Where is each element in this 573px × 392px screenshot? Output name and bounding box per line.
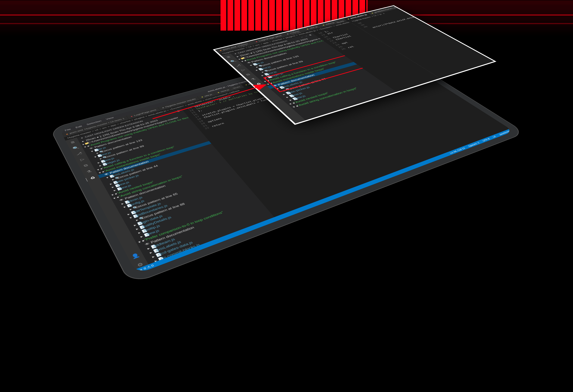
tree-row[interactable]: ▾ ●"Avoid calling a function in a condit… (94, 136, 207, 172)
debug-icon[interactable]: ▷ (78, 157, 86, 162)
file-type-icon: ● (322, 24, 325, 26)
tree-row-icon: ▾ 📄 (129, 215, 135, 220)
tree-row-icon: ▸ 📄 (113, 188, 119, 192)
tree-row-icon: ▾ ● (111, 193, 116, 196)
tree-row-icon: ▾ ● (137, 239, 144, 244)
file-type-icon: ● (217, 91, 220, 93)
tree-row-icon: ▸ 📄 (121, 201, 126, 205)
tree-row-label: "Avoid string concatenation in loops" (118, 175, 183, 198)
tree-row-icon: ▸ 📄 (135, 226, 141, 231)
file-type-icon: ● (346, 18, 350, 20)
tree-row-label: gridBoundaries.js (134, 204, 168, 218)
tree-row-icon: ▾ ● (292, 105, 298, 108)
tree-row-icon: ▸ 🔍 (135, 217, 141, 222)
inset-back-icon[interactable]: ← (300, 36, 304, 38)
tree-row[interactable]: ▸ 📄qualityDetails.js (129, 188, 252, 233)
inset-search-icon[interactable]: 🔍 (230, 59, 237, 63)
status-bar: ⨯ 0 ⚠ 0 Ln 44, Col 12 Spaces: 2 UTF-8 LF… (135, 129, 514, 274)
file-type-icon: ● (218, 49, 223, 52)
inset-debug-icon[interactable]: ▷ (239, 68, 247, 72)
tree-row-icon: ▸📁 (82, 142, 87, 145)
tree-row[interactable]: 👁Pattern documentation (98, 141, 211, 178)
tree-row-label: Focus pattern at line 89 (104, 145, 145, 159)
tree-row-icon: ▸ 📄 (156, 262, 163, 265)
extensions-icon[interactable]: ⧉ (82, 163, 90, 168)
tree-row-icon: ▾ ● (112, 196, 118, 200)
tree-row-icon: ▸ 📄 (126, 212, 133, 216)
tree-row-label: Focus pattern at line 88 (141, 202, 185, 220)
tree-row[interactable]: ▾ ●"Avoid instantiations inside loops" (96, 138, 209, 175)
inset-delete-icon[interactable]: 🗑 (308, 34, 312, 36)
file-type-icon: ● (200, 96, 204, 98)
tree-row-icon: ▸ 🔍 (99, 157, 105, 160)
tree-row-label: admin.js (126, 196, 143, 204)
file-type-icon: ● (130, 115, 133, 118)
inset-forward-icon[interactable]: → (304, 35, 308, 37)
file-type-icon: ● (370, 12, 374, 14)
tree-row-icon: ▸ 📄 (149, 249, 155, 255)
tree-row-label: widget.js (104, 159, 120, 165)
status-eol[interactable]: LF (492, 135, 497, 138)
tree-row-icon: ▸ (80, 140, 86, 143)
extension-star-icon: ✦ (80, 137, 84, 140)
tree-row[interactable]: ▸ 📄editTemplate.js (121, 175, 241, 218)
tree-row-label: view.js (118, 184, 132, 190)
tree-row-icon: ▾ 📄 (90, 149, 96, 153)
tree-row[interactable]: ▸ 📄view.js (133, 194, 257, 241)
side-forward-icon[interactable]: → (172, 111, 176, 113)
tree-row[interactable]: ▸ 🔍Focus pattern at line 44 (102, 146, 216, 184)
tree-row[interactable]: ▸ 📄widget.js (93, 133, 205, 169)
tree-row-icon: ▸ 📄 (109, 181, 115, 185)
tree-row-label: axisLabels.js (155, 240, 182, 252)
inset-testing-icon[interactable]: ⚗ (249, 77, 257, 81)
tree-row-icon: ▸ 🔍 (96, 151, 101, 154)
tree-row-icon: ▾ ● (98, 170, 104, 174)
tree-row-label: view.js (99, 151, 111, 157)
testing-icon[interactable]: ⚗ (85, 169, 93, 174)
tree-row-label: qualityDetails.js (141, 215, 172, 229)
tree-row-icon: 👁 (119, 198, 124, 202)
tree-row-label: Pattern documentation (94, 136, 132, 149)
tree-row[interactable]: ▸ 📄view.js (91, 131, 202, 166)
tree-row-label: login-data.js (139, 214, 163, 225)
inset-scm-icon[interactable]: ⎇ (234, 64, 242, 67)
tree-row[interactable]: ▾ ●"Avoid string concatenation in loops" (111, 160, 228, 201)
side-back-icon[interactable]: ← (167, 112, 171, 115)
settings-icon[interactable]: ⚙ (135, 261, 145, 268)
tree-row[interactable]: ▸ 📄date-picker.js (103, 149, 218, 188)
tree-row-label: Focus pattern at line 65 (134, 192, 178, 209)
tree-row[interactable]: ▾ ●"Avoid nested loops" (109, 157, 225, 197)
tree-row-label: Pattern documentation (124, 184, 166, 200)
side-delete-icon[interactable]: 🗑 (176, 110, 180, 112)
tree-row-icon: ▾ ● (96, 168, 102, 171)
tree-row[interactable]: ▸ 📄tooltip.js (131, 191, 255, 237)
tree-row-label: editTemplate.js (132, 202, 161, 214)
tree-row-icon: ▸ 📄 (140, 234, 146, 239)
tree-row-icon: ▸ 🔍 (129, 207, 135, 211)
inset-extensions-icon[interactable]: ⧉ (244, 73, 252, 76)
tree-row-label: config.js (128, 199, 145, 207)
tree-row-label: Focus pattern at line 44 (117, 164, 159, 179)
tree-row[interactable]: ▸ 📄admin.js (114, 166, 233, 208)
tree-row-label: tooltip.js (143, 224, 161, 232)
file-type-icon: ● (305, 28, 310, 30)
tree-row-icon: 👁 (104, 172, 109, 176)
inset-explorer-icon[interactable]: 🗎 (225, 55, 232, 59)
tree-row-icon: ▸ 📄 (151, 254, 158, 259)
tablet: File Edit Selection View axisLabels.js -… (50, 40, 526, 285)
file-type-icon: ● (254, 40, 259, 42)
file-type-icon: ● (286, 33, 289, 35)
tree-row[interactable]: ▸ 🔍Focus pattern at line 65 (118, 172, 238, 215)
tree-row-label: view.js (102, 157, 115, 162)
tree-row[interactable]: 👁Pattern documentation (137, 201, 263, 249)
tree-row[interactable]: 👁Pattern documentation (112, 163, 231, 204)
tree-row[interactable]: ▾ 📄config.js (116, 169, 236, 211)
tree-row-icon: ▾ 📄 (123, 205, 128, 209)
file-type-icon: ● (245, 84, 248, 86)
scene: File Edit Selection View axisLabels.js -… (82, 8, 491, 392)
tree-row[interactable]: ▾ 📄axisLabels.js (100, 144, 214, 181)
tree-row[interactable]: ▸ 📄login-data.js (126, 184, 249, 230)
tree-row-icon: ▸ 📄 (137, 230, 144, 235)
file-type-icon: ● (161, 107, 165, 109)
activity-bar: 🗎 🔍 ⎇ ▷ ⧉ ⚗ ♻ 👤 ⚙ (66, 137, 148, 269)
